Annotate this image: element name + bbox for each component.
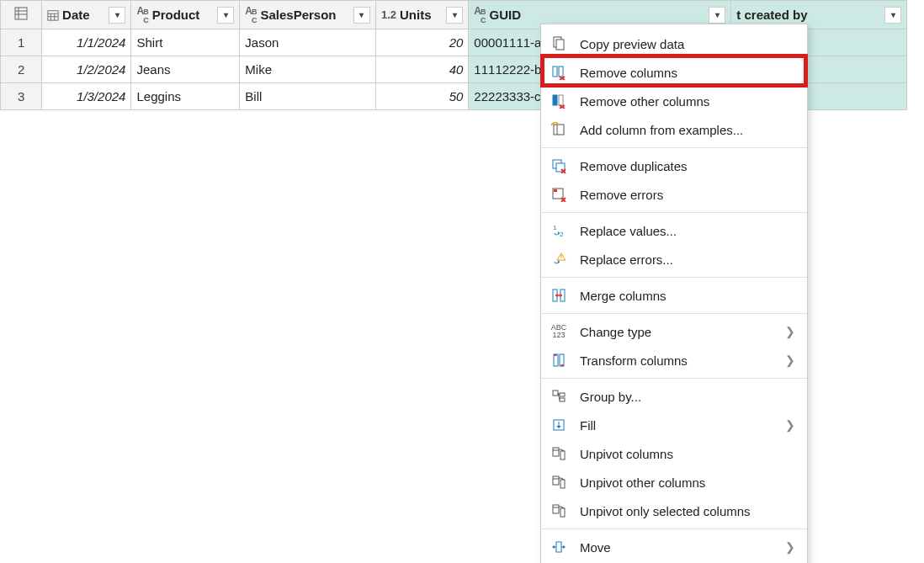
svg-marker-68 (563, 545, 566, 549)
menu-label: Remove errors (580, 188, 795, 202)
replace-errors-icon (550, 250, 568, 268)
chevron-down-icon[interactable]: ▾ (217, 7, 234, 24)
menu-copy-preview-data[interactable]: Copy preview data (541, 29, 807, 58)
column-label: t created by (736, 8, 807, 22)
cell-product[interactable]: Leggins (131, 83, 240, 110)
menu-separator (541, 528, 807, 529)
svg-rect-58 (560, 480, 565, 488)
table-corner-icon[interactable] (1, 1, 42, 29)
menu-label: Add column from examples... (580, 123, 795, 137)
submenu-arrow-icon: ❯ (785, 353, 795, 367)
column-label: Units (400, 8, 432, 22)
chevron-down-icon[interactable]: ▾ (884, 7, 901, 24)
column-header-units[interactable]: 1.2 Units ▾ (375, 1, 468, 29)
menu-change-type[interactable]: ABC123 Change type ❯ (541, 317, 807, 346)
menu-label: Merge columns (580, 289, 795, 303)
menu-label: Transform columns (580, 353, 773, 368)
column-header-salesperson[interactable]: ABC SalesPerson ▾ (240, 1, 376, 29)
menu-label: Remove duplicates (580, 159, 795, 173)
svg-rect-56 (553, 476, 559, 485)
menu-label: Fill (580, 418, 773, 433)
chevron-down-icon[interactable]: ▾ (446, 7, 463, 24)
row-number: 2 (1, 56, 42, 83)
row-number: 1 (1, 29, 42, 56)
menu-label: Replace values... (580, 224, 795, 238)
menu-unpivot-columns[interactable]: Unpivot columns (541, 439, 807, 468)
change-type-icon: ABC123 (550, 322, 568, 341)
menu-unpivot-other-columns[interactable]: Unpivot other columns (541, 468, 807, 497)
text-type-icon: ABC (136, 5, 148, 24)
svg-rect-54 (560, 451, 565, 459)
column-label: Product (152, 8, 200, 22)
svg-rect-40 (554, 354, 558, 366)
menu-fill[interactable]: Fill ❯ (541, 411, 807, 439)
remove-errors-icon (550, 185, 568, 204)
svg-rect-4 (48, 10, 58, 19)
unpivot-selected-icon (550, 502, 568, 520)
replace-values-icon: 12 (550, 221, 568, 240)
merge-columns-icon (550, 286, 568, 305)
svg-rect-46 (560, 398, 565, 401)
menu-move[interactable]: Move ❯ (541, 533, 807, 561)
chevron-down-icon[interactable]: ▾ (709, 7, 725, 24)
menu-remove-duplicates[interactable]: Remove duplicates (541, 151, 807, 180)
menu-label: Replace errors... (580, 252, 795, 267)
menu-separator (541, 313, 807, 314)
add-column-icon (550, 120, 568, 139)
svg-rect-0 (15, 8, 27, 19)
svg-rect-12 (559, 66, 563, 77)
column-header-date[interactable]: Date ▾ (42, 1, 131, 29)
menu-replace-errors[interactable]: Replace errors... (541, 245, 807, 274)
chevron-down-icon[interactable]: ▾ (109, 7, 125, 24)
menu-label: Remove other columns (580, 94, 795, 109)
svg-rect-41 (560, 354, 564, 366)
cell-date[interactable]: 1/1/2024 (42, 29, 131, 56)
cell-units[interactable]: 20 (375, 29, 468, 56)
transform-columns-icon (550, 351, 568, 369)
menu-label: Group by... (580, 390, 795, 404)
svg-rect-44 (553, 390, 558, 396)
cell-units[interactable]: 50 (375, 83, 468, 110)
cell-date[interactable]: 1/3/2024 (42, 83, 131, 110)
svg-rect-64 (556, 542, 561, 552)
menu-merge-columns[interactable]: Merge columns (541, 281, 807, 310)
copy-icon (550, 35, 568, 53)
menu-group-by[interactable]: Group by... (541, 382, 807, 411)
menu-unpivot-selected-columns[interactable]: Unpivot only selected columns (541, 497, 807, 525)
menu-separator (541, 147, 807, 148)
svg-text:2: 2 (560, 231, 564, 238)
unpivot-other-icon (550, 473, 568, 491)
cell-product[interactable]: Jeans (131, 56, 240, 83)
menu-transform-columns[interactable]: Transform columns ❯ (541, 346, 807, 374)
menu-replace-values[interactable]: 12 Replace values... (541, 216, 807, 245)
cell-date[interactable]: 1/2/2024 (42, 56, 131, 83)
svg-rect-62 (560, 508, 565, 517)
column-label: GUID (490, 8, 522, 22)
menu-add-column-from-examples[interactable]: Add column from examples... (541, 115, 807, 144)
cell-units[interactable]: 40 (375, 56, 468, 83)
chevron-down-icon[interactable]: ▾ (353, 7, 370, 24)
svg-rect-19 (554, 125, 564, 135)
cell-salesperson[interactable]: Jason (240, 29, 376, 56)
menu-label: Move (580, 540, 773, 555)
svg-marker-32 (558, 260, 560, 263)
menu-label: Unpivot only selected columns (580, 504, 795, 518)
svg-rect-45 (560, 393, 565, 396)
menu-separator (541, 212, 807, 213)
svg-rect-52 (553, 448, 559, 456)
submenu-arrow-icon: ❯ (785, 325, 795, 338)
cell-salesperson[interactable]: Bill (240, 83, 376, 110)
menu-remove-errors[interactable]: Remove errors (541, 180, 807, 209)
cell-product[interactable]: Shirt (131, 29, 240, 56)
text-type-icon: ABC (245, 5, 257, 24)
svg-rect-10 (556, 40, 564, 50)
submenu-arrow-icon: ❯ (785, 540, 795, 554)
cell-salesperson[interactable]: Mike (240, 56, 376, 83)
svg-text:1: 1 (553, 224, 557, 231)
menu-label: Unpivot columns (580, 447, 795, 461)
column-header-product[interactable]: ABC Product ▾ (131, 1, 240, 29)
menu-remove-columns[interactable]: Remove columns (541, 58, 807, 87)
menu-remove-other-columns[interactable]: Remove other columns (541, 87, 807, 115)
remove-other-columns-icon (550, 92, 568, 110)
svg-rect-60 (553, 505, 559, 513)
